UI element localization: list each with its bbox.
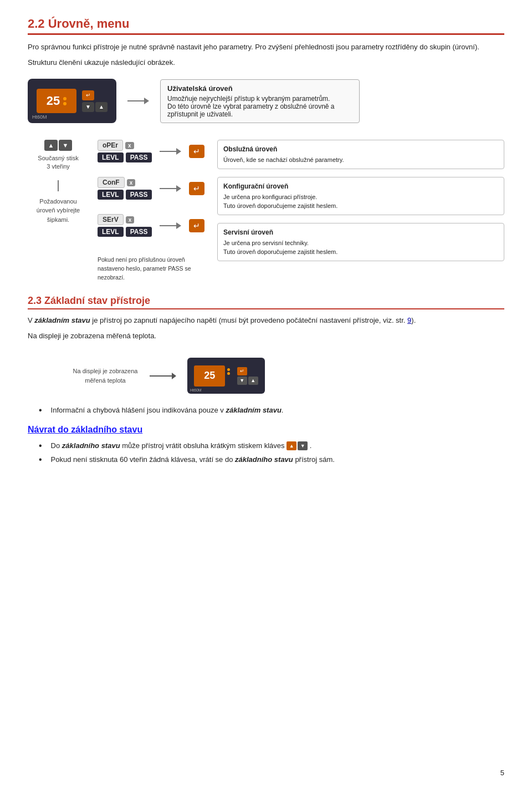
simul-press-text: Současný stisk 3 vteřiny [38,154,78,171]
oper-x-badge: x [125,142,134,149]
vert-line-top [58,180,59,191]
down-arrow-icon: ▼ [82,102,94,112]
pass-label-1: PASS [126,152,152,162]
conf-arrowhead [176,185,181,192]
servisni-desc2: Tuto úroveň doporučujeme zajistit heslem… [223,247,498,257]
serv-tags: SErV x LEVL PASS [98,214,152,237]
oper-arrowhead [176,148,181,155]
section-23-para2: Na displeji je zobrazena měřená teplota. [28,331,504,342]
oper-enter-icon: ↵ [189,145,204,158]
conf-tags: ConF x LEVL PASS [98,177,152,200]
dot-2 [63,102,66,105]
levl-label-2: LEVL [98,190,124,200]
conf-label: ConF [98,177,125,188]
servisni-infobox: Servisní úroveň Je určena pro servisní t… [217,223,504,261]
conf-connector [160,185,181,192]
dots-small [227,368,230,375]
device-btn-group-bottom: ↵ ▼ ▲ [237,367,258,385]
para1d: ). [411,316,416,324]
callout-tip [172,373,176,379]
section-23: 2.3 Základní stav přístroje V základním … [28,295,504,465]
enter-button-icon: ↵ [82,90,94,100]
dot-1 [63,97,66,100]
serv-arrowhead [176,222,181,229]
navrat-bullet-1-text: Do základního stavu může přístroj vrátit… [51,440,312,451]
down-btn-bottom: ▼ [237,377,247,385]
simul-press-block: ▲ ▼ Současný stisk 3 vteřiny [38,140,78,176]
user-level-infobox: Uživatelská úroveň Umožňuje nejrychlejší… [160,79,360,123]
serv-line [160,225,176,226]
left-annotation-text: Požadovanou úroveň vybírejte šipkami. [30,191,86,225]
conf-x-badge: x [127,179,136,186]
levl-label-1: LEVL [98,152,124,162]
oper-connector [160,148,181,155]
simul-arrows: ▲ ▼ [38,140,78,151]
pass-label-3: PASS [126,227,152,237]
oper-level-row: oPEr x LEVL PASS ↵ [98,140,208,162]
para1b: základním stavu [34,316,90,324]
user-level-title: Uživatelská úroveň [167,84,352,93]
up-btn-bottom: ▲ [248,377,258,385]
dot-s1 [227,368,230,371]
user-level-diagram: 25 ↵ ▼ ▲ [28,79,504,123]
user-level-desc1: Umožňuje nejrychlejší přístup k vybraným… [167,95,352,103]
levl-label-3: LEVL [98,227,124,237]
obsluha-title: Obslužná úroveň [223,144,498,154]
section-22: 2.2 Úrovně, menu Pro správnou funkci pří… [28,17,504,282]
display-callout-text: Na displeji je zobrazena měřená teplota [72,367,139,385]
obsluha-infobox: Obslužná úroveň Úroveň, kde se nachází o… [217,140,504,169]
conf-enter-icon: ↵ [189,182,204,195]
info-bullet-text: Informační a chybová hlášení jsou indiko… [51,405,284,416]
device-illustration-bottom: 25 ↵ ▼ ▲ Ht60M [187,358,265,394]
oper-line [160,151,176,152]
para1c: je přístroj po zapnutí napájecího napětí… [90,316,407,324]
serv-label: SErV [98,214,124,225]
conf-line [160,188,176,189]
serv-connector [160,222,181,229]
konfig-infobox: Konfigurační úroveň Je určena pro konfig… [217,177,504,215]
serv-level-row: SErV x LEVL PASS ↵ [98,214,208,237]
inline-down-icon: ▲ [287,441,296,450]
serv-enter-icon: ↵ [189,219,204,232]
display-number: 25 [47,95,60,107]
konfig-desc2: Tuto úroveň doporučujeme zajistit heslem… [223,201,498,211]
obsluha-desc: Úroveň, kde se nachází obslužné parametr… [223,155,498,165]
pass-note: Pokud není pro příslušnou úroveň nastave… [98,256,208,282]
arrow-head [144,98,149,104]
device-sm-label: Ht60M [190,388,202,392]
tri-down-icon: ▼ [59,140,72,151]
device-display-bottom: 25 [194,365,225,387]
device-label: Ht60M [32,114,47,120]
navrat-bullet-2-text: Pokud není stisknuta 60 vteřin žádná klá… [51,454,335,465]
user-level-arrow [127,98,149,104]
callout-line [150,375,172,377]
section-23-title: 2.3 Základní stav přístroje [28,295,504,309]
servisni-desc1: Je určena pro servisní techniky. [223,238,498,248]
display-dots [63,97,66,105]
levels-column: oPEr x LEVL PASS ↵ C [98,140,208,282]
oper-label: oPEr [98,140,123,151]
section-22-para2: Strukturu členění ukazuje následující ob… [28,57,504,68]
display-note: Na displeji je zobrazena měřená teplota [73,368,138,384]
device-illustration-top: 25 ↵ ▼ ▲ [28,79,116,123]
callout-arrow [150,373,176,379]
section-23-para1: V základním stavu je přístroj po zapnutí… [28,315,504,326]
arrow-line [127,100,144,101]
navrat-bullet-1: Do základního stavu může přístroj vrátit… [39,440,504,451]
oper-tags: oPEr x LEVL PASS [98,140,152,162]
up-arrow-icon: ▲ [95,102,108,112]
right-info-boxes: Obslužná úroveň Úroveň, kde se nachází o… [217,140,504,282]
tri-up-icon: ▲ [44,140,58,151]
conf-level-row: ConF x LEVL PASS ↵ [98,177,208,200]
page-number: 5 [500,769,504,777]
device-bottom-diagram: Na displeji je zobrazena měřená teplota … [72,358,504,394]
levels-diagram: ▲ ▼ Současný stisk 3 vteřiny Požadovanou… [28,140,504,282]
inline-key-buttons: ▲ ▼ [287,441,308,450]
section-22-title: 2.2 Úrovně, menu [28,17,504,35]
inline-up-icon: ▼ [298,441,308,450]
device-buttons-top: ↵ ▼ ▲ [82,90,108,112]
user-level-desc2: Do této úrovně lze vybrat parametry z ob… [167,103,352,118]
konfig-desc1: Je určena pro konfiguraci přístroje. [223,192,498,202]
navrat-bullet-list: Do základního stavu může přístroj vrátit… [39,440,504,465]
display-num-bottom: 25 [204,370,215,382]
